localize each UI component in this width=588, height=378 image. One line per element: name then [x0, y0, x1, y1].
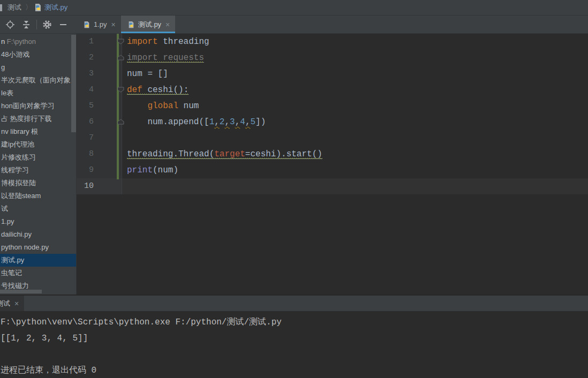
project-tree-item[interactable]: n F:\python	[0, 35, 76, 48]
project-tree-item[interactable]: 虫笔记	[0, 267, 76, 279]
editor-line-7[interactable]: 7	[77, 130, 588, 146]
warning-underline: threading.Thread(target=ceshi).start()	[127, 149, 322, 159]
toolbar-and-tabs-row: 1.py×测试.py×	[0, 16, 588, 34]
editor-line-5[interactable]: 5 global num	[77, 98, 588, 114]
project-tree-item[interactable]: g	[0, 61, 76, 74]
fold-marker-icon[interactable]	[117, 119, 124, 125]
breadcrumb: 测试 〉 测试.py	[0, 0, 588, 16]
project-tree-item[interactable]: 博模拟登陆	[0, 177, 76, 190]
project-tree-item[interactable]: 线程学习	[0, 164, 76, 177]
toolbar-divider	[36, 20, 37, 29]
editor-line-10[interactable]: 10	[77, 178, 588, 194]
editor-gutter: 6	[77, 114, 122, 130]
code-line[interactable]: num.append([1,2,3,4,5])	[122, 114, 266, 130]
code-line[interactable]: global num	[122, 98, 199, 114]
close-icon[interactable]: ×	[14, 299, 19, 308]
code-line[interactable]: import threading	[122, 34, 209, 50]
code-token: threading	[158, 37, 209, 47]
code-token: print	[127, 165, 153, 175]
tree-item-text: dailichi.py	[1, 230, 32, 238]
code-line[interactable]: print(num)	[122, 162, 178, 178]
project-tree-item[interactable]: hon面向对象学习	[0, 100, 76, 112]
project-tree-item[interactable]: dailichi.py	[0, 228, 76, 241]
tree-item-text: python node.py	[1, 243, 49, 251]
collapse-all-icon[interactable]	[19, 18, 33, 31]
project-tree-item[interactable]: 半次元爬取（面向对象	[0, 74, 76, 87]
editor-line-1[interactable]: 1import threading	[77, 34, 588, 50]
line-number: 2	[72, 50, 94, 66]
code-token: ])	[255, 117, 266, 127]
project-tree-item[interactable]: 以登陆steam	[0, 190, 76, 202]
editor-gutter: 5	[77, 98, 122, 114]
editor-line-2[interactable]: 2import requests	[77, 50, 588, 66]
fold-marker-icon[interactable]	[117, 55, 124, 61]
code-token: 1	[209, 117, 215, 127]
tree-item-text: 测试.py	[1, 256, 24, 264]
project-tree-item[interactable]: 占 热度排行下载	[0, 112, 76, 125]
gear-icon[interactable]	[40, 18, 54, 31]
project-horizontal-scrollbar[interactable]	[0, 290, 42, 293]
code-line[interactable]: def ceshi():	[122, 82, 189, 98]
code-line[interactable]: threading.Thread(target=ceshi).start()	[122, 146, 322, 162]
tree-item-text: 占 热度排行下载	[1, 115, 52, 123]
code-line[interactable]	[122, 178, 127, 194]
tree-item-text: 建ip代理池	[1, 140, 34, 148]
locate-target-icon[interactable]	[3, 18, 17, 31]
code-line[interactable]	[122, 130, 127, 146]
code-token: target	[214, 149, 245, 159]
editor-tabbar: 1.py×测试.py×	[77, 16, 588, 33]
editor-gutter: 9	[77, 162, 122, 178]
warning-underline: def ceshi():	[127, 85, 189, 95]
editor-line-3[interactable]: 3num = []	[77, 66, 588, 82]
code-token: 3	[230, 117, 235, 127]
code-token: num	[178, 101, 199, 111]
project-tree-item[interactable]: 1.py	[0, 215, 76, 228]
project-tree-item[interactable]: 片修改练习	[0, 151, 76, 164]
project-tree-panel: n F:\python48小游戏g半次元爬取（面向对象le表hon面向对象学习占…	[0, 34, 77, 294]
editor-gutter: 10	[77, 178, 122, 194]
editor-line-9[interactable]: 9print(num)	[77, 162, 588, 178]
tree-item-text: 以登陆steam	[1, 192, 41, 200]
editor-line-8[interactable]: 8threading.Thread(target=ceshi).start()	[77, 146, 588, 162]
project-tree-item[interactable]: 试	[0, 202, 76, 215]
code-line[interactable]: import requests	[122, 50, 204, 66]
editor-gutter: 3	[77, 66, 122, 82]
editor-line-4[interactable]: 4def ceshi():	[77, 82, 588, 98]
code-token: import	[127, 37, 158, 47]
line-number: 7	[72, 130, 94, 146]
close-icon[interactable]: ×	[165, 20, 170, 29]
tree-item-text: 试	[1, 205, 8, 213]
breadcrumb-project[interactable]: 测试	[5, 3, 24, 12]
code-token: ,	[214, 117, 220, 127]
run-console-output[interactable]: F:\python\venv\Scripts\python.exe F:/pyt…	[0, 311, 588, 378]
hide-panel-icon[interactable]	[56, 18, 70, 31]
code-token: (num)	[153, 165, 178, 175]
code-token: ,	[224, 117, 230, 127]
tree-item-text: 48小游戏	[1, 50, 29, 58]
breadcrumb-file[interactable]: 测试.py	[42, 3, 67, 12]
project-tree-item[interactable]: 48小游戏	[0, 48, 76, 61]
code-token: def	[127, 85, 142, 95]
code-token: num.append([	[127, 117, 209, 127]
console-line: [[1, 2, 3, 4, 5]]	[1, 330, 588, 346]
project-tree-item[interactable]: le表	[0, 87, 76, 100]
close-icon[interactable]: ×	[111, 20, 116, 29]
project-tree-item[interactable]: nv library 根	[0, 125, 76, 138]
fold-marker-icon[interactable]	[117, 87, 124, 93]
code-line[interactable]: num = []	[122, 66, 168, 82]
editor-tab-测试.py[interactable]: 测试.py×	[121, 16, 176, 33]
project-tree-item[interactable]: 建ip代理池	[0, 138, 76, 151]
code-token: =ceshi).start()	[245, 149, 322, 159]
code-token: 4	[240, 117, 245, 127]
line-number: 10	[72, 178, 94, 194]
run-tab[interactable]: 测试 ×	[0, 296, 24, 311]
editor-tab-1.py[interactable]: 1.py×	[77, 16, 121, 33]
fold-marker-icon[interactable]	[117, 39, 124, 44]
code-editor[interactable]: 1import threading2import requests3num = …	[77, 34, 588, 294]
folder-icon-fragment	[0, 4, 2, 11]
code-token: ,	[245, 117, 251, 127]
editor-line-6[interactable]: 6 num.append([1,2,3,4,5])	[77, 114, 588, 130]
project-tree-item[interactable]: python node.py	[0, 241, 76, 254]
python-file-icon	[83, 21, 91, 28]
project-tree-item[interactable]: 测试.py	[0, 254, 76, 267]
